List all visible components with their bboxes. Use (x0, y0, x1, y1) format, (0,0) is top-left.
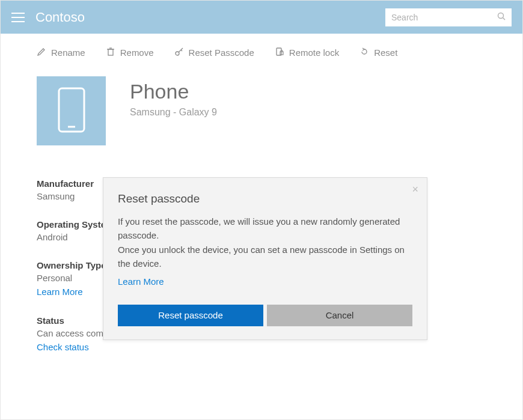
svg-rect-5 (108, 49, 113, 55)
lock-device-icon (275, 47, 284, 58)
device-subtitle: Samsung - Galaxy 9 (130, 107, 217, 118)
dialog-text-1: If you reset the passcode, we will issue… (118, 215, 412, 242)
menu-icon[interactable] (11, 12, 25, 23)
phone-icon (57, 86, 87, 136)
svg-point-3 (498, 13, 504, 18)
ownership-learn-more-link[interactable]: Learn More (37, 287, 83, 297)
header-bar: Contoso (1, 1, 522, 34)
reset-button[interactable]: Reset (359, 47, 397, 58)
svg-line-9 (179, 48, 183, 52)
svg-line-10 (181, 50, 182, 51)
dialog-body: If you reset the passcode, we will issue… (118, 215, 412, 289)
check-status-link[interactable]: Check status (37, 342, 89, 352)
reset-label: Reset (374, 47, 397, 58)
toolbar: Rename Remove Reset Passcode Remote lock… (1, 34, 522, 70)
dialog-actions: Reset passcode Cancel (118, 305, 412, 326)
close-icon[interactable]: × (412, 184, 418, 195)
search-icon[interactable] (497, 12, 506, 23)
device-title: Phone (130, 80, 217, 103)
reset-passcode-confirm-button[interactable]: Reset passcode (118, 305, 263, 326)
remove-button[interactable]: Remove (106, 47, 154, 58)
key-icon (174, 47, 184, 58)
search-input[interactable] (391, 13, 497, 22)
reset-passcode-label: Reset Passcode (189, 47, 254, 58)
svg-rect-13 (59, 88, 84, 132)
device-title-block: Phone Samsung - Galaxy 9 (130, 76, 217, 118)
remove-label: Remove (120, 47, 154, 58)
svg-line-4 (503, 17, 506, 20)
dialog-text-2: Once you unlock the device, you can set … (118, 243, 412, 270)
remote-lock-button[interactable]: Remote lock (275, 47, 339, 58)
reset-passcode-dialog: × Reset passcode If you reset the passco… (103, 177, 427, 340)
rename-label: Rename (51, 47, 85, 58)
device-header: Phone Samsung - Galaxy 9 (37, 76, 486, 145)
remote-lock-label: Remote lock (289, 47, 339, 58)
device-tile (37, 76, 106, 145)
brand-title: Contoso (35, 10, 385, 25)
app-window: Contoso Rename Remove Reset Passcode (0, 0, 523, 420)
reset-icon (359, 47, 369, 58)
trash-icon (106, 47, 115, 58)
pencil-icon (37, 47, 46, 58)
cancel-button[interactable]: Cancel (267, 305, 412, 326)
reset-passcode-button[interactable]: Reset Passcode (174, 47, 254, 58)
rename-button[interactable]: Rename (37, 47, 85, 58)
dialog-title: Reset passcode (118, 192, 412, 205)
dialog-learn-more-link[interactable]: Learn More (118, 275, 164, 289)
search-box[interactable] (385, 8, 512, 26)
